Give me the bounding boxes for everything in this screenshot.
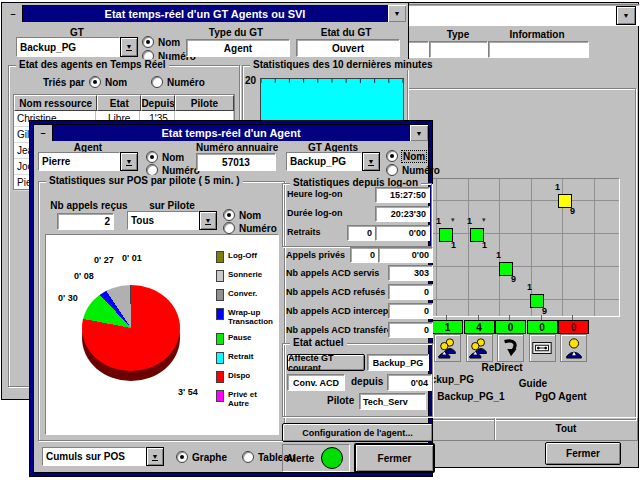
duree-logon-label: Durée log-on <box>287 208 343 218</box>
chevron-down-icon[interactable]: ▼ <box>409 125 428 141</box>
agent-combobox[interactable]: Pierre ▼ <box>38 152 138 171</box>
agent-window-titlebar: – Etat temps-réel d'un Agent ▼ <box>34 125 428 141</box>
agents-group-title: Etat des agents en Temps Réel <box>16 59 169 70</box>
agents-icon[interactable] <box>466 334 493 362</box>
machine-icon[interactable] <box>529 334 556 362</box>
etat-du-gt-label: Etat du GT <box>294 27 398 38</box>
legend-item: Sonnerie <box>216 270 274 282</box>
acd-transferes-field: 0 <box>388 322 433 338</box>
acd-transferes-label: Nb appels ACD transférés <box>286 325 397 335</box>
flow-node-top-label: 1 <box>467 216 472 226</box>
radio-numero-pilote[interactable]: Numéro <box>223 222 277 234</box>
legend-label: Privé et Autre <box>228 390 274 408</box>
queue-label: ReDirect <box>462 362 542 373</box>
flow-node-top-label: 1 <box>527 282 532 292</box>
gt-window-titlebar: – Etat temps-réel d'un GT Agents ou SVI … <box>4 5 406 22</box>
system-menu-icon[interactable]: – <box>34 125 53 141</box>
gt-combobox[interactable]: Backup_PG ▼ <box>16 37 138 57</box>
radio-nom-gtagents[interactable]: Nom <box>386 150 426 162</box>
flow-node-bottom-label: 1 <box>482 240 487 250</box>
grid-line-horizontal <box>432 200 619 201</box>
gt-agents-combobox[interactable]: Backup_PG ▼ <box>286 152 380 171</box>
dropdown-arrow-icon[interactable]: ▼ <box>120 37 138 57</box>
sur-pilote-combobox[interactable]: Tous ▼ <box>127 211 217 230</box>
legend-label: Wrap-up Transaction <box>228 308 274 326</box>
fermer-button-supervision[interactable]: Fermer <box>545 442 621 465</box>
chevron-down-icon[interactable]: ▼ <box>387 5 406 22</box>
agent-combobox-value: Pierre <box>38 152 120 171</box>
table-header-cell[interactable]: Depuis <box>141 95 175 111</box>
numero-annuaire-field: 57013 <box>196 153 276 171</box>
type-field[interactable] <box>429 41 488 58</box>
radio-nom-sort[interactable]: Nom <box>89 76 127 88</box>
nb-appels-recus-label: Nb appels reçus <box>49 200 129 211</box>
radio-numero-gtagents[interactable]: Numéro <box>386 164 440 176</box>
queue-label: PgO Agent <box>521 391 601 402</box>
sur-pilote-value: Tous <box>127 211 199 230</box>
chevron-down-icon[interactable]: ▼ <box>616 6 636 25</box>
legend-item: Pause <box>216 333 274 345</box>
agent-window: – Etat temps-réel d'un Agent ▼ Agent Pie… <box>29 120 433 477</box>
queue-label: Backup_PG_1 <box>431 391 511 402</box>
table-header-cell[interactable]: Pilote <box>175 95 234 111</box>
appels-prives-duration-field: 0'00 <box>378 247 433 263</box>
tout-tab[interactable]: Tout <box>496 423 636 434</box>
legend-item: Privé et Autre <box>216 390 274 408</box>
desktop: ▼ Type Information 1911▾11▾1919 Tout Fer… <box>0 0 640 480</box>
gt-agents-combobox-value: Backup_PG <box>286 152 362 171</box>
minutes-group-title: Statistiques des 10 dernières minutes <box>250 59 436 70</box>
agents-icon[interactable] <box>434 334 461 362</box>
grid-line-horizontal <box>432 299 619 300</box>
acd-refuses-field: 0 <box>388 284 433 300</box>
dropdown-arrow-icon[interactable]: ▼ <box>146 447 164 466</box>
flow-node-bottom-label: 1 <box>451 240 456 250</box>
flow-node-mark-icon: ▾ <box>482 216 486 224</box>
legend-label: Pause <box>228 333 252 342</box>
legend-label: Conver. <box>228 289 257 298</box>
agent-icon[interactable] <box>560 334 587 362</box>
queue-count-box: 0 <box>558 320 589 334</box>
pos-group: Statistiques sur POS par pilote ( 5 min.… <box>38 181 285 441</box>
fermer-button-agent[interactable]: Fermer <box>354 443 435 473</box>
legend-swatch <box>216 390 224 402</box>
duree-logon-field: 20:23'30 <box>375 206 430 222</box>
legend-item: Retrait <box>216 352 274 364</box>
depuis-label: depuis <box>351 376 383 387</box>
etat-du-gt-field: Ouvert <box>296 39 400 57</box>
flow-node-mark-icon: ▾ <box>451 216 455 224</box>
etat-actuel-title: Etat actuel <box>290 337 347 348</box>
gt-window-title: Etat temps-réel d'un GT Agents ou SVI <box>105 8 306 20</box>
affecte-gt-button[interactable]: Affecté GT courant <box>287 354 365 371</box>
tries-par-label: Triés par <box>43 77 85 88</box>
logon-group: Statistiques depuis log-on Heure log-on … <box>282 183 432 247</box>
pie-label-pause: 0' 30 <box>58 293 78 303</box>
etat-agent-field: Conv. ACD <box>287 374 345 391</box>
pie-label-conver: 0' 27 <box>94 255 114 265</box>
configuration-agent-button[interactable]: Configuration de l'agent... <box>282 423 433 442</box>
table-header-cell[interactable]: Etat <box>97 95 141 111</box>
queue-label: Guide <box>493 378 573 389</box>
agents-table-header: Nom ressourceEtatDepuisPilote <box>14 95 234 111</box>
appels-prives-label: Appels privés <box>286 250 345 260</box>
information-field[interactable] <box>488 41 589 58</box>
radio-graphe[interactable]: Graphe <box>176 451 227 463</box>
cumuls-combobox[interactable]: Cumuls sur POS ▼ <box>42 447 164 466</box>
legend-label: Sonnerie <box>228 270 262 279</box>
dropdown-arrow-icon[interactable]: ▼ <box>362 152 380 171</box>
pie-legend: Log-OffSonnerieConver.Wrap-up Transactio… <box>216 251 274 408</box>
numero-annuaire-label: Numéro annuaire <box>196 142 274 153</box>
radio-nom-gt[interactable]: Nom <box>142 36 180 48</box>
dropdown-arrow-icon[interactable]: ▼ <box>199 211 217 230</box>
radio-numero-sort[interactable]: Numéro <box>151 76 205 88</box>
radio-nom-pilote[interactable]: Nom <box>223 209 261 221</box>
flow-node-bottom-label: 9 <box>542 306 547 316</box>
depuis-field: 0'04 <box>387 374 432 391</box>
radio-nom-agent[interactable]: Nom <box>146 151 184 163</box>
acd-servis-label: Nb appels ACD servis <box>286 268 379 278</box>
redirect-icon[interactable] <box>497 334 524 362</box>
system-menu-icon[interactable]: – <box>4 5 23 22</box>
table-header-cell[interactable]: Nom ressource <box>14 95 97 111</box>
pie-label-dispo: 3' 54 <box>178 387 198 397</box>
dropdown-arrow-icon[interactable]: ▼ <box>120 152 138 171</box>
alerte-box: Alerte <box>282 444 350 472</box>
